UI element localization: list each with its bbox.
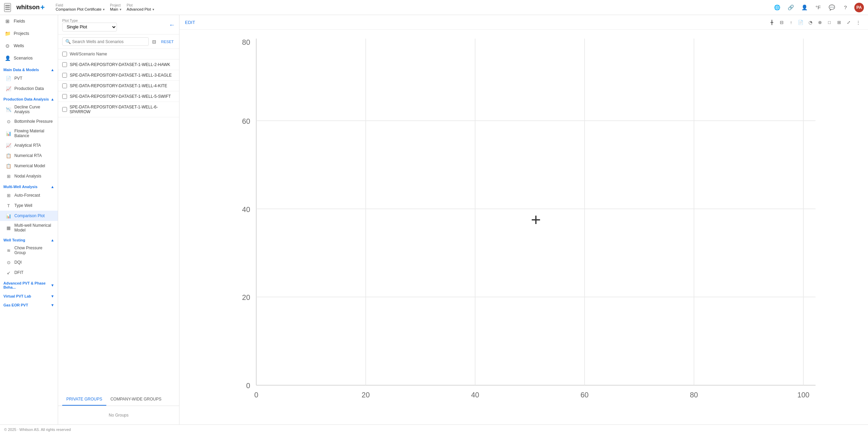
- layers-tool-button[interactable]: ⊗: [815, 18, 824, 27]
- section-well-testing[interactable]: Well Testing ▲: [0, 236, 58, 244]
- logo-text: whitson: [16, 4, 40, 11]
- field-dropdown-icon[interactable]: ▾: [103, 8, 105, 11]
- well-checkbox-1[interactable]: [62, 62, 67, 67]
- sidebar-item-bottomhole-pressure[interactable]: ⊙ Bottomhole Pressure: [0, 116, 58, 127]
- grid-tool-button[interactable]: ⊞: [834, 18, 843, 27]
- search-input[interactable]: [72, 39, 146, 44]
- filter-panel: Plot Type Single Plot Multi Plot ← 🔍: [58, 15, 179, 424]
- sidebar-item-type-well[interactable]: T Type Well: [0, 200, 58, 211]
- sidebar-item-comparison-plot[interactable]: 📊 Comparison Plot: [0, 211, 58, 221]
- well-list-item[interactable]: SPE-DATA-REPOSITORY-DATASET-1-WELL-3-EAG…: [58, 70, 179, 81]
- sidebar-item-decline-curve[interactable]: 📉 Decline Curve Analysis: [0, 103, 58, 116]
- select-all-checkbox[interactable]: [62, 52, 67, 56]
- footer-text: © 2025 · Whitson AS. All rights reserved: [4, 428, 71, 432]
- sidebar-item-analytical-rta[interactable]: 📈 Analytical RTA: [0, 140, 58, 150]
- sidebar-item-scenarios[interactable]: 👤 Scenarios: [0, 52, 58, 64]
- hamburger-button[interactable]: ☰: [4, 3, 11, 12]
- tab-company-wide-groups[interactable]: COMPANY-WIDE GROUPS: [106, 393, 165, 406]
- well-list-item[interactable]: SPE-DATA-REPOSITORY-DATASET-1-WELL-4-KIT…: [58, 81, 179, 91]
- dfit-icon: ↙: [5, 269, 12, 276]
- well-list-item[interactable]: SPE-DATA-REPOSITORY-DATASET-1-WELL-2-HAW…: [58, 60, 179, 70]
- crosshair-tool-button[interactable]: ╋: [767, 18, 776, 27]
- fmb-icon: 📊: [5, 130, 12, 136]
- sidebar-item-dfit[interactable]: ↙ DFIT: [0, 267, 58, 278]
- help-button[interactable]: ?: [841, 3, 850, 12]
- avatar[interactable]: PA: [854, 3, 864, 12]
- chat-button[interactable]: 💬: [827, 3, 837, 12]
- section-apvt-chevron[interactable]: ▼: [51, 283, 54, 287]
- well-checkbox-2[interactable]: [62, 73, 67, 78]
- reset-button[interactable]: RESET: [160, 38, 175, 45]
- filter-button[interactable]: ⊟: [151, 38, 158, 46]
- type-well-icon: T: [5, 202, 12, 209]
- well-checkbox-4[interactable]: [62, 94, 67, 99]
- pie-tool-button[interactable]: ◔: [806, 18, 815, 27]
- plot-type-row: Plot Type Single Plot Multi Plot ←: [58, 15, 179, 35]
- well-list-header: Well/Scenario Name: [58, 49, 179, 60]
- more-tool-button[interactable]: ⋮: [854, 18, 863, 27]
- plot-type-label: Plot Type: [62, 18, 117, 23]
- fmb-label: Flowing Material Balance: [14, 129, 54, 138]
- well-list-item[interactable]: SPE-DATA-REPOSITORY-DATASET-1-WELL-5-SWI…: [58, 91, 179, 102]
- type-well-label: Type Well: [14, 203, 32, 208]
- section-main-data-models[interactable]: Main Data & Models ▲: [0, 66, 58, 73]
- plot-label: Plot: [127, 3, 154, 7]
- section-wt-label: Well Testing: [3, 238, 25, 242]
- globe-button[interactable]: 🌐: [772, 3, 782, 12]
- back-button[interactable]: ←: [169, 22, 175, 29]
- section-vpvt-label: Virtual PVT Lab: [3, 294, 31, 298]
- sidebar-item-fields[interactable]: ⊞ Fields: [0, 15, 58, 27]
- well-checkbox-3[interactable]: [62, 83, 67, 88]
- sidebar-item-dqi[interactable]: ⊙ DQI: [0, 257, 58, 267]
- sidebar-item-multi-well-numerical-model[interactable]: ▦ Multi-well Numerical Model: [0, 221, 58, 235]
- export-tool-button[interactable]: ↑: [787, 18, 796, 27]
- comparison-plot-label: Comparison Plot: [14, 213, 45, 218]
- section-mwa-label: Multi-Well Analysis: [3, 185, 38, 189]
- table-tool-button[interactable]: ⊟: [777, 18, 786, 27]
- edit-button[interactable]: EDIT: [185, 20, 195, 25]
- comparison-plot-icon: 📊: [5, 213, 12, 219]
- section-gas-eor-pvt[interactable]: Gas EOR PVT ▼: [0, 301, 58, 308]
- sidebar-item-pvt[interactable]: 📄 PVT: [0, 73, 58, 83]
- expand-tool-button[interactable]: ⤢: [844, 18, 853, 27]
- section-mwa-items: ⊞ Auto-Forecast T Type Well 📊 Comparison…: [0, 190, 58, 235]
- section-wt-chevron[interactable]: ▲: [51, 238, 54, 242]
- user-button[interactable]: 👤: [800, 3, 809, 12]
- sidebar-item-chow-pressure-group[interactable]: ≋ Chow Pressure Group: [0, 244, 58, 257]
- square-tool-button[interactable]: □: [825, 18, 834, 27]
- plot-type-group: Plot Type Single Plot Multi Plot: [62, 18, 117, 31]
- section-pda-chevron[interactable]: ▲: [51, 97, 54, 101]
- section-geor-chevron[interactable]: ▼: [51, 303, 54, 307]
- section-advanced-pvt[interactable]: Advanced PVT & Phase Beha... ▼: [0, 279, 58, 291]
- document-tool-button[interactable]: 📄: [796, 18, 805, 27]
- section-pda-items: 📉 Decline Curve Analysis ⊙ Bottomhole Pr…: [0, 103, 58, 181]
- sidebar: ⊞ Fields 📁 Projects ⊙ Wells 👤 Scenarios …: [0, 15, 58, 424]
- chow-pressure-label: Chow Pressure Group: [14, 246, 54, 255]
- section-vpvt-chevron[interactable]: ▼: [51, 294, 54, 298]
- well-list-item[interactable]: SPE-DATA-REPOSITORY-DATASET-1-WELL-6-SPA…: [58, 102, 179, 117]
- section-mwa-chevron[interactable]: ▲: [51, 185, 54, 189]
- section-apvt-label: Advanced PVT & Phase Beha...: [3, 281, 51, 289]
- link-button[interactable]: 🔗: [786, 3, 796, 12]
- sidebar-item-production-data[interactable]: 📈 Production Data: [0, 83, 58, 94]
- sidebar-item-auto-forecast[interactable]: ⊞ Auto-Forecast: [0, 190, 58, 200]
- project-dropdown-icon[interactable]: ▾: [120, 8, 121, 11]
- sidebar-item-projects[interactable]: 📁 Projects: [0, 27, 58, 40]
- sidebar-item-numerical-rta[interactable]: 📋 Numerical RTA: [0, 150, 58, 161]
- section-pda-label: Production Data Analysis: [3, 97, 49, 101]
- tab-private-groups[interactable]: PRIVATE GROUPS: [62, 393, 106, 406]
- sidebar-item-flowing-material-balance[interactable]: 📊 Flowing Material Balance: [0, 127, 58, 140]
- sidebar-item-wells[interactable]: ⊙ Wells: [0, 40, 58, 52]
- plot-dropdown-icon[interactable]: ▾: [152, 8, 154, 11]
- plot-type-select[interactable]: Single Plot Multi Plot: [62, 23, 117, 31]
- sidebar-item-nodal-analysis[interactable]: ⊞ Nodal Analysis: [0, 171, 58, 181]
- section-multi-well-analysis[interactable]: Multi-Well Analysis ▲: [0, 183, 58, 190]
- well-checkbox-5[interactable]: [62, 107, 67, 112]
- svg-text:0: 0: [246, 382, 250, 390]
- temp-button[interactable]: °F: [813, 3, 823, 12]
- section-production-data-analysis[interactable]: Production Data Analysis ▲: [0, 95, 58, 103]
- section-virtual-pvt-lab[interactable]: Virtual PVT Lab ▼: [0, 292, 58, 300]
- sidebar-item-numerical-model[interactable]: 📋 Numerical Model: [0, 161, 58, 171]
- section-main-data-chevron[interactable]: ▲: [51, 68, 54, 72]
- svg-text:100: 100: [797, 391, 810, 399]
